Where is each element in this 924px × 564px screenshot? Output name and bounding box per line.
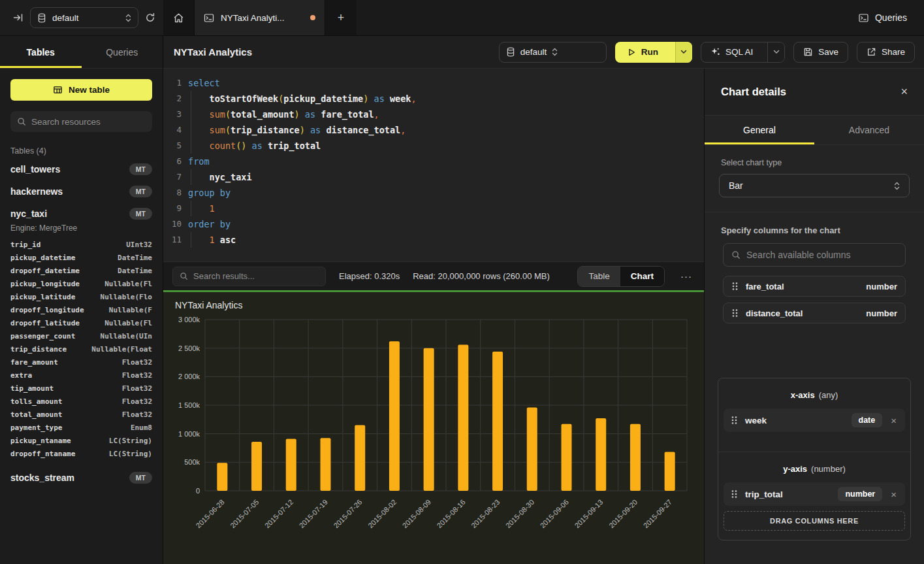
token: as bbox=[305, 125, 327, 135]
sql-editor[interactable]: 1select2 toStartOfWeek(pickup_datetime) … bbox=[163, 69, 704, 261]
column-name: dropoff_datetime bbox=[10, 267, 80, 275]
code-text: group by bbox=[182, 185, 231, 201]
bar-2015-07-19[interactable] bbox=[321, 438, 331, 491]
bar-2015-07-05[interactable] bbox=[251, 442, 262, 491]
x-tick-label: 2015-07-19 bbox=[298, 498, 329, 529]
column-chip-type: number bbox=[866, 308, 897, 318]
sql-ai-dropdown-button[interactable] bbox=[767, 42, 784, 62]
save-button[interactable]: Save bbox=[793, 42, 848, 63]
refresh-button[interactable] bbox=[145, 12, 155, 23]
bar-2015-08-23[interactable] bbox=[492, 352, 503, 491]
column-name: pickup_ntaname bbox=[10, 437, 71, 445]
toolbar-database-selector[interactable]: default bbox=[499, 42, 607, 63]
remove-icon[interactable]: × bbox=[889, 415, 898, 426]
view-toggle-chart[interactable]: Chart bbox=[620, 267, 664, 286]
queries-button[interactable]: Queries bbox=[858, 12, 907, 23]
run-button[interactable]: Run bbox=[615, 42, 692, 63]
column-name: fare_amount bbox=[10, 358, 58, 367]
tab-nytaxi-analytics[interactable]: NYTaxi Analyti... bbox=[195, 0, 325, 35]
sidebar-tab-tables[interactable]: Tables bbox=[0, 36, 82, 68]
token: order by bbox=[188, 219, 231, 229]
table-name: stocks_stream bbox=[10, 473, 74, 483]
tab-home[interactable] bbox=[163, 0, 195, 35]
tables-list: cell_towersMThackernewsMTnyc_taxiMTEngin… bbox=[0, 158, 163, 489]
sidebar-search-input[interactable] bbox=[31, 117, 146, 127]
new-tab-button[interactable]: + bbox=[325, 0, 357, 35]
bar-2015-06-28[interactable] bbox=[217, 463, 227, 491]
tab-title: NYTaxi Analyti... bbox=[221, 13, 285, 23]
results-search-input[interactable] bbox=[193, 271, 319, 281]
table-row-cell_towers[interactable]: cell_towersMT bbox=[0, 158, 163, 180]
results-more-button[interactable]: ··· bbox=[678, 271, 695, 282]
run-dropdown-button[interactable] bbox=[675, 42, 692, 63]
bar-2015-08-16[interactable] bbox=[458, 344, 468, 491]
bar-2015-07-12[interactable] bbox=[286, 439, 296, 491]
available-column-distance_total[interactable]: distance_totalnumber bbox=[723, 303, 906, 323]
sidebar-tab-queries[interactable]: Queries bbox=[82, 36, 163, 68]
bar-2015-09-20[interactable] bbox=[630, 424, 641, 491]
column-row: tolls_amountFloat32 bbox=[0, 395, 163, 408]
drag-handle-icon bbox=[731, 281, 739, 291]
drag-columns-drop-zone[interactable]: DRAG COLUMNS HERE bbox=[724, 511, 905, 531]
x-tick-label: 2015-08-09 bbox=[401, 498, 432, 529]
y-axis-label: y-axis bbox=[783, 464, 807, 474]
code-line: 11 1 asc bbox=[163, 232, 704, 248]
share-icon bbox=[867, 47, 876, 57]
column-type: Float32 bbox=[122, 358, 152, 367]
bar-2015-07-26[interactable] bbox=[355, 425, 365, 491]
new-table-button[interactable]: New table bbox=[10, 79, 152, 101]
bar-2015-08-30[interactable] bbox=[527, 407, 537, 491]
x-tick-label: 2015-06-28 bbox=[194, 498, 225, 529]
collapse-sidebar-icon bbox=[13, 12, 24, 23]
bar-chart[interactable]: 0500k1 000k1 500k2 000k2 500k3 000k2015-… bbox=[172, 312, 695, 564]
token bbox=[188, 141, 210, 151]
drag-handle-icon bbox=[731, 489, 738, 499]
table-row-stocks_stream[interactable]: stocks_streamMT bbox=[0, 467, 163, 489]
column-row: passenger_countNullable(UIn bbox=[0, 329, 163, 342]
column-name: trip_distance bbox=[10, 345, 67, 354]
sql-ai-button[interactable]: SQL AI bbox=[701, 42, 785, 63]
results-search bbox=[172, 267, 326, 286]
columns-search-input[interactable] bbox=[746, 250, 897, 260]
column-name: payment_type bbox=[10, 423, 62, 432]
bar-2015-09-06[interactable] bbox=[562, 424, 572, 491]
column-row: fare_amountFloat32 bbox=[0, 356, 163, 369]
engine-badge: MT bbox=[129, 208, 152, 220]
database-icon bbox=[37, 13, 46, 23]
share-button[interactable]: Share bbox=[857, 42, 915, 63]
bar-2015-08-02[interactable] bbox=[389, 341, 400, 491]
view-toggle-table[interactable]: Table bbox=[578, 267, 620, 286]
topbar-database-value: default bbox=[52, 13, 119, 23]
chart-type-select[interactable]: Bar bbox=[719, 174, 910, 197]
x-axis-label: x-axis bbox=[791, 390, 815, 400]
token: , bbox=[400, 125, 406, 135]
tab-general[interactable]: General bbox=[705, 116, 814, 144]
collapse-sidebar-button[interactable] bbox=[13, 12, 24, 23]
bar-2015-09-13[interactable] bbox=[596, 418, 606, 491]
topbar-database-selector[interactable]: default bbox=[30, 7, 138, 28]
token: 1 bbox=[210, 203, 215, 214]
bar-2015-08-09[interactable] bbox=[424, 348, 434, 491]
column-name: pickup_longitude bbox=[10, 280, 80, 288]
token bbox=[188, 93, 210, 104]
column-type: UInt32 bbox=[126, 241, 152, 249]
column-chip-type: number bbox=[866, 282, 897, 291]
table-row-nyc_taxi[interactable]: nyc_taxiMT bbox=[0, 203, 163, 225]
updown-chevron-icon bbox=[552, 48, 558, 56]
y-axis-column-chip[interactable]: trip_total number × bbox=[724, 482, 905, 506]
view-toggle: Table Chart bbox=[577, 266, 665, 287]
column-chip-name: distance_total bbox=[746, 308, 803, 318]
x-axis-column-chip[interactable]: week date × bbox=[724, 408, 905, 432]
topbar-left: default bbox=[0, 0, 163, 35]
available-column-fare_total[interactable]: fare_totalnumber bbox=[723, 276, 906, 297]
tab-advanced[interactable]: Advanced bbox=[814, 116, 924, 144]
token: group by bbox=[188, 188, 231, 198]
column-row: dropoff_ntanameLC(String) bbox=[0, 447, 163, 460]
bar-2015-09-27[interactable] bbox=[665, 452, 675, 491]
code-text: nyc_taxi bbox=[182, 169, 252, 185]
refresh-icon bbox=[145, 12, 155, 23]
table-row-hackernews[interactable]: hackernewsMT bbox=[0, 180, 163, 203]
close-icon[interactable]: × bbox=[900, 85, 908, 99]
svg-text:1 000k: 1 000k bbox=[178, 430, 200, 438]
remove-icon[interactable]: × bbox=[889, 489, 898, 500]
